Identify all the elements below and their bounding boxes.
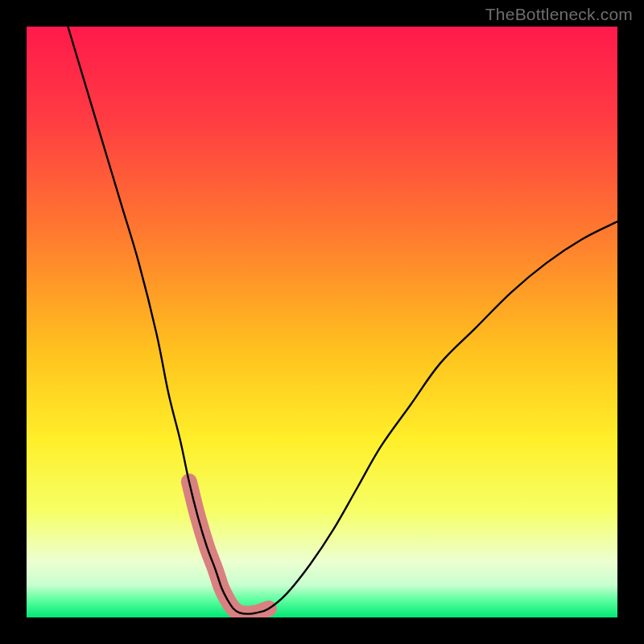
chart-frame: TheBottleneck.com bbox=[0, 0, 644, 644]
bottleneck-curve bbox=[68, 27, 617, 614]
curve-layer bbox=[27, 27, 617, 617]
watermark-text: TheBottleneck.com bbox=[485, 5, 633, 24]
highlight-band bbox=[189, 481, 269, 613]
plot-area bbox=[27, 27, 617, 617]
